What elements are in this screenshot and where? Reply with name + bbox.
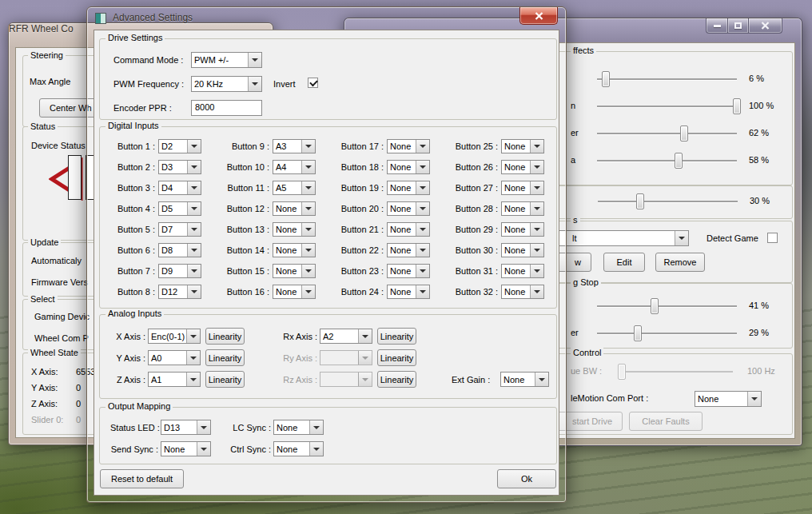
chevron-down-icon [358,351,372,365]
digital-input-select[interactable]: None [387,201,430,216]
digital-input-select[interactable]: None [501,264,544,278]
invert-checkbox[interactable] [308,78,318,88]
linearity-button[interactable]: Linearity [377,371,416,388]
automatically-label[interactable]: Automaticaly [31,256,82,265]
slider-thumb[interactable] [602,71,610,87]
digital-input-select[interactable]: D7 [158,222,201,237]
dialog-close-button[interactable] [519,7,558,25]
slider-value: 100 % [749,101,774,110]
linearity-button[interactable]: Linearity [205,349,245,366]
digital-input-select[interactable]: None [273,243,316,257]
linearity-button[interactable]: Linearity [205,371,245,388]
slider-thumb[interactable] [634,325,642,341]
digital-input-select[interactable]: D5 [158,201,201,216]
ext-gain-select[interactable]: None [500,372,549,387]
slider-thumb[interactable] [680,126,688,141]
digital-input-select[interactable]: A4 [273,160,316,174]
digital-input-select[interactable]: None [501,222,544,237]
linearity-button[interactable]: Linearity [377,349,416,366]
digital-input-select[interactable]: A5 [273,181,316,195]
digital-input-select[interactable]: None [501,201,544,216]
axis-select[interactable]: A2 [320,329,372,344]
chevron-down-icon [187,285,201,298]
digital-input-select[interactable]: None [273,201,316,216]
remove-profile-button[interactable]: Remove [655,253,705,272]
digital-input-select[interactable]: D12 [158,285,201,299]
slider-thumb[interactable] [733,98,741,114]
digital-input-select[interactable]: None [501,139,544,153]
slider-track[interactable] [597,305,737,308]
axis-select[interactable]: Enc(0-1) [148,329,201,344]
analog-input-row: Rz Axis : Linearity [275,369,416,390]
advanced-settings-dialog[interactable]: Advanced Settings Drive Settings Command… [86,6,567,503]
axis-select[interactable] [320,350,372,365]
close-button[interactable] [749,18,782,34]
detect-game-checkbox[interactable] [767,233,778,243]
output-select[interactable]: None [161,441,211,456]
digital-input-select[interactable]: None [387,181,430,195]
linearity-button[interactable]: Linearity [377,328,416,345]
digital-input-select[interactable]: None [501,181,544,195]
digital-input-row: Button 10 : A4 [220,157,328,177]
axis-select[interactable]: A1 [148,372,201,387]
digital-input-select[interactable]: D4 [158,181,201,195]
digital-input-select[interactable]: None [273,222,316,237]
slider-track[interactable] [597,78,737,81]
button-label: Button 9 : [220,141,269,151]
slider-track[interactable] [597,133,737,135]
digital-input-select[interactable]: None [501,160,544,174]
digital-input-select[interactable]: None [273,285,316,299]
slider-track[interactable] [597,106,737,108]
slider-track[interactable] [597,333,737,335]
linearity-button[interactable]: Linearity [205,328,245,345]
reset-to-default-button[interactable]: Reset to default [100,469,184,488]
digital-input-select[interactable]: None [387,160,430,174]
button-label: Button 29 : [448,225,498,234]
digital-input-select[interactable]: D8 [158,243,201,257]
slider-track[interactable] [597,160,737,162]
slider-thumb[interactable] [675,153,683,169]
output-select[interactable]: D13 [161,420,211,435]
digital-input-select[interactable]: None [501,285,544,299]
output-select[interactable]: None [273,420,324,435]
digital-input-row: Button 8 : D12 [105,281,213,302]
command-mode-select[interactable]: PWM +/- [191,52,262,68]
clear-faults-button[interactable]: Clear Faults [629,412,703,431]
button-label: Button 18 : [334,162,384,172]
slider-track[interactable] [598,201,738,203]
wheel-state-legend: Wheel State [28,348,81,357]
button-label: Button 25 : [448,141,498,151]
digital-input-select[interactable]: D2 [158,139,201,153]
ok-button[interactable]: Ok [497,469,556,488]
pwm-frequency-select[interactable]: 20 KHz [191,76,262,92]
chevron-down-icon [187,140,201,153]
com-port-select[interactable]: None [695,391,762,407]
maximize-button[interactable] [728,18,749,34]
digital-input-select[interactable]: None [273,264,316,278]
analog-input-row: Y Axis : A0 Linearity [110,347,245,369]
digital-input-row: Button 23 : None [334,261,442,281]
digital-input-select[interactable]: None [387,139,430,153]
axis-select[interactable] [320,372,372,387]
edit-profile-button[interactable]: Edit [603,253,645,272]
slider-thumb[interactable] [636,193,644,209]
digital-input-select[interactable]: A3 [273,139,316,153]
output-label: Ctrl Sync : [225,444,271,454]
digital-input-select[interactable]: None [501,243,544,257]
digital-input-select[interactable]: None [387,264,430,278]
firmware-version-label[interactable]: Firmware Vers [31,277,88,287]
encoder-ppr-input[interactable]: 8000 [191,100,262,116]
slider-thumb[interactable] [651,298,659,314]
axis-select[interactable]: A0 [148,350,201,365]
digital-input-select[interactable]: None [387,285,430,299]
minimize-button[interactable] [706,18,728,34]
button-label: Button 21 : [334,225,384,234]
digital-input-select[interactable]: D3 [158,160,201,174]
digital-input-select[interactable]: None [387,243,430,257]
digital-input-select[interactable]: None [387,222,430,237]
digital-input-select[interactable]: D9 [158,264,201,278]
output-label: Status LED : [110,423,158,432]
output-select[interactable]: None [273,441,324,456]
digital-input-row: Button 9 : A3 [220,136,328,157]
digital-input-value: None [502,161,530,173]
